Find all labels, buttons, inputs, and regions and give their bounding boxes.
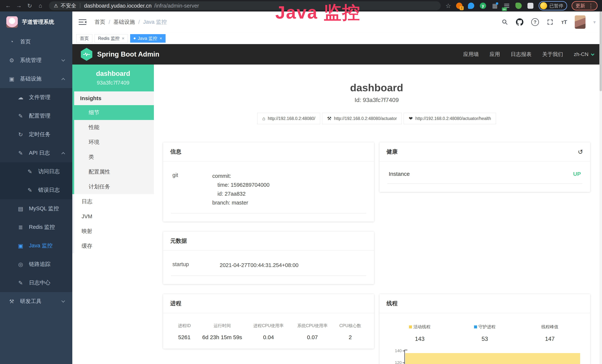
github-icon[interactable] [516,18,523,26]
health-label: Instance [389,171,410,177]
breadcrumb-home[interactable]: 首页 [95,18,105,26]
sba-item-scheduled-tasks[interactable]: 计划任务 [74,179,154,194]
tag-label: Java 监控 [138,35,157,41]
back-icon[interactable]: ← [3,1,13,11]
sidebar-item-api-log[interactable]: ✎ API 日志 [0,144,72,162]
extension-y-icon[interactable]: y [479,2,487,10]
sidebar-item-tracing[interactable]: ◎ 链路追踪 [0,255,72,274]
home-icon[interactable]: ⌂ [36,1,45,11]
sba-item-environment[interactable]: 环境 [74,135,154,150]
chevron-down-icon [61,58,65,62]
health-url-link[interactable]: ❤ http://192.168.0.2:48080/actuator/heal… [404,113,496,124]
browser-menu-icon[interactable]: ⋮ [588,3,594,9]
close-icon[interactable]: × [160,36,162,41]
reload-icon[interactable]: ↻ [25,1,34,11]
sidebar-item-redis[interactable]: ≣ Redis 监控 [0,218,72,236]
cloud-upload-icon: ☁ [17,94,24,101]
history-icon[interactable]: ↺ [578,148,583,156]
sidebar-toggle-icon[interactable] [79,19,86,25]
puzzle-icon [527,3,533,9]
close-icon[interactable]: × [122,36,124,41]
sba-instance-sidebar: dashboard 93a3fc7f7409 Insights 细节 性能 环境… [72,64,154,364]
tag-redis-monitor[interactable]: Redis 监控 × [95,34,128,43]
chart-plot-area [404,350,582,364]
daemon-threads-legend-icon [474,325,477,328]
sidebar-item-system[interactable]: ⚙ 系统管理 [0,51,72,70]
sba-nav-applications[interactable]: 应用 [490,51,500,58]
scrollbar-thumb[interactable] [600,11,602,91]
extensions-puzzle-icon[interactable] [527,2,534,10]
bookmark-star-icon[interactable]: ☆ [446,2,451,10]
extension-orange-icon[interactable]: 1 [456,2,463,10]
stat-label: 线程峰值 [541,324,559,330]
grid-dot-icon [496,2,498,5]
sba-item-config-props[interactable]: 配置属性 [74,164,154,179]
extension-leaf-icon[interactable] [515,2,522,10]
forward-icon[interactable]: → [14,1,24,11]
sba-section-insights: Insights [74,91,154,105]
home-icon: ⌂ [262,116,265,121]
help-icon[interactable]: ? [531,18,539,26]
tag-home[interactable]: 首页 [76,34,92,43]
sba-item-details[interactable]: 细节 [74,105,154,120]
sidebar-item-error-log[interactable]: ✎ 错误日志 [0,181,72,199]
profile-chip[interactable]: 已暂停 [538,1,567,11]
locale-label: zh-CN [574,51,589,57]
sidebar-item-label: 链路追踪 [29,260,50,268]
sidebar-item-log-center[interactable]: ✎ 日志中心 [0,274,72,292]
card-title: 健康 [387,148,398,156]
sidebar-item-infra[interactable]: ▣ 基础设施 [0,70,72,88]
sidebar-item-mysql[interactable]: ▤ MySQL 监控 [0,199,72,218]
service-url-link[interactable]: ⌂ http://192.168.0.2:48080/ [257,113,320,124]
page-scrollbar[interactable] [599,11,602,364]
threads-chart: 140 120 100 [387,350,582,364]
process-col-header: CPU核心数 [334,323,366,329]
sidebar-item-java-monitor[interactable]: ▣ Java 监控 [0,236,72,255]
sba-item-classes[interactable]: 类 [74,150,154,164]
font-size-icon[interactable]: тT [561,19,567,25]
sba-item-metrics[interactable]: 性能 [74,120,154,135]
actuator-url: http://192.168.0.2:48080/actuator [334,116,397,121]
green-circle-icon: y [480,3,486,9]
tag-java-monitor[interactable]: Java 监控 × [130,34,166,43]
spring-boot-admin-logo[interactable] [81,48,92,61]
sba-item-caches[interactable]: 缓存 [72,239,154,254]
app-sidebar: 芋道管理系统 ◔ 首页 ⚙ 系统管理 ▣ 基础设施 ☁ 文件管理 ✎ 配置管理 … [0,11,72,364]
sba-nav-journal[interactable]: 日志报表 [511,51,532,58]
sidebar-item-label: 访问日志 [38,168,60,175]
sba-item-mappings[interactable]: 映射 [72,224,154,239]
sba-nav-about[interactable]: 关于我们 [542,51,563,58]
sidebar-item-access-log[interactable]: ✎ 访问日志 [0,162,72,181]
sidebar-item-label: 配置管理 [29,112,50,120]
pencil-icon: ✎ [26,187,33,193]
sba-brand-title[interactable]: Spring Boot Admin [97,50,160,58]
search-icon[interactable] [502,19,508,25]
sidebar-item-config[interactable]: ✎ 配置管理 [0,107,72,125]
user-avatar[interactable] [575,15,585,29]
info-git-row: git commit: time: 1596289704000 id: 27aa… [171,169,366,214]
sidebar-item-jobs[interactable]: ↻ 定时任务 [0,125,72,144]
sidebar-item-label: 日志中心 [29,279,50,287]
sba-nav-wallboard[interactable]: 应用墙 [463,51,479,58]
chrome-update-button[interactable]: 更新 ⋮ [572,1,598,11]
url-host: dashboard.yudao.iocoder.cn [84,3,151,9]
app-title: 芋道管理系统 [22,18,54,26]
address-bar[interactable]: ⚠ 不安全 dashboard.yudao.iocoder.cn/infra/a… [49,1,441,10]
sba-locale-select[interactable]: zh-CN [574,51,593,57]
extension-list-icon[interactable]: on [503,2,510,10]
extension-pin-icon[interactable] [467,2,475,10]
live-threads-value: 143 [387,336,452,342]
sba-item-jvm[interactable]: JVM [72,209,154,224]
stat-label: 活动线程 [413,324,430,330]
breadcrumb-separator: / [138,19,140,25]
sidebar-item-label: 错误日志 [38,186,60,194]
extension-grid-icon[interactable]: ▦ [491,2,499,10]
breadcrumb-infra[interactable]: 基础设施 [113,18,135,26]
sba-item-logs[interactable]: 日志 [72,194,154,209]
actuator-url-link[interactable]: ⚒ http://192.168.0.2:48080/actuator [322,113,402,124]
fullscreen-icon[interactable] [547,19,553,25]
sidebar-item-files[interactable]: ☁ 文件管理 [0,88,72,107]
sidebar-item-dev-tools[interactable]: ⚒ 研发工具 [0,292,72,310]
sidebar-item-home[interactable]: ◔ 首页 [0,32,72,51]
avatar-caret-icon[interactable]: ▾ [593,19,596,25]
